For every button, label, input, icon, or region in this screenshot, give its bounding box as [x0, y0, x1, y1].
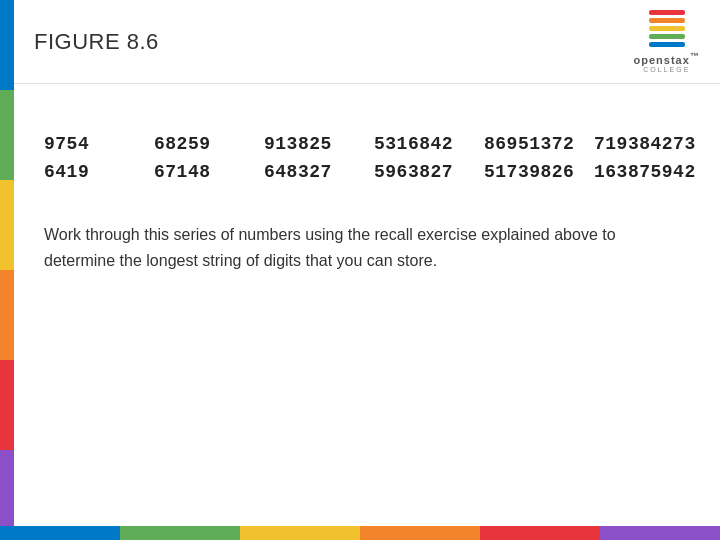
- header: FIGURE 8.6 openstax™ COLLEGE: [14, 0, 720, 84]
- number-cell: 163875942: [594, 162, 704, 182]
- bottom-bar-red: [480, 526, 600, 540]
- left-bar-blue: [0, 0, 14, 90]
- logo-line-green: [649, 34, 685, 39]
- number-cell: 719384273: [594, 134, 704, 154]
- logo-line-blue: [649, 42, 685, 47]
- number-cell: 86951372: [484, 134, 594, 154]
- numbers-row-2: 6419 67148 648327 5963827 51739826 16387…: [44, 162, 690, 182]
- number-cell: 51739826: [484, 162, 594, 182]
- left-bar-orange: [0, 270, 14, 360]
- logo-line-orange: [649, 18, 685, 23]
- bottom-bar-blue: [0, 526, 120, 540]
- figure-title: FIGURE 8.6: [34, 29, 159, 55]
- bottom-bar-green: [120, 526, 240, 540]
- main-content: 9754 68259 913825 5316842 86951372 71938…: [14, 84, 720, 526]
- page-container: FIGURE 8.6 openstax™ COLLEGE 9754 68259 …: [0, 0, 720, 540]
- number-cell: 67148: [154, 162, 264, 182]
- numbers-container: 9754 68259 913825 5316842 86951372 71938…: [44, 134, 690, 182]
- bottom-bar-yellow: [240, 526, 360, 540]
- left-bar-yellow: [0, 180, 14, 270]
- number-cell: 6419: [44, 162, 154, 182]
- bottom-bar-purple: [600, 526, 720, 540]
- logo-sub-label: COLLEGE: [643, 66, 690, 73]
- logo-brand-name: openstax™: [634, 51, 700, 66]
- left-bar-green: [0, 90, 14, 180]
- left-color-bar: [0, 0, 14, 540]
- numbers-row-1: 9754 68259 913825 5316842 86951372 71938…: [44, 134, 690, 154]
- number-cell: 5963827: [374, 162, 484, 182]
- left-bar-red: [0, 360, 14, 450]
- logo-line-red: [649, 10, 685, 15]
- number-cell: 5316842: [374, 134, 484, 154]
- number-cell: 9754: [44, 134, 154, 154]
- bottom-bar-orange: [360, 526, 480, 540]
- openstax-logo: openstax™ COLLEGE: [634, 10, 700, 73]
- number-cell: 648327: [264, 162, 374, 182]
- logo-lines: [649, 10, 685, 47]
- number-cell: 68259: [154, 134, 264, 154]
- number-cell: 913825: [264, 134, 374, 154]
- description-text: Work through this series of numbers usin…: [44, 222, 624, 273]
- logo-line-yellow: [649, 26, 685, 31]
- bottom-color-bar: [0, 526, 720, 540]
